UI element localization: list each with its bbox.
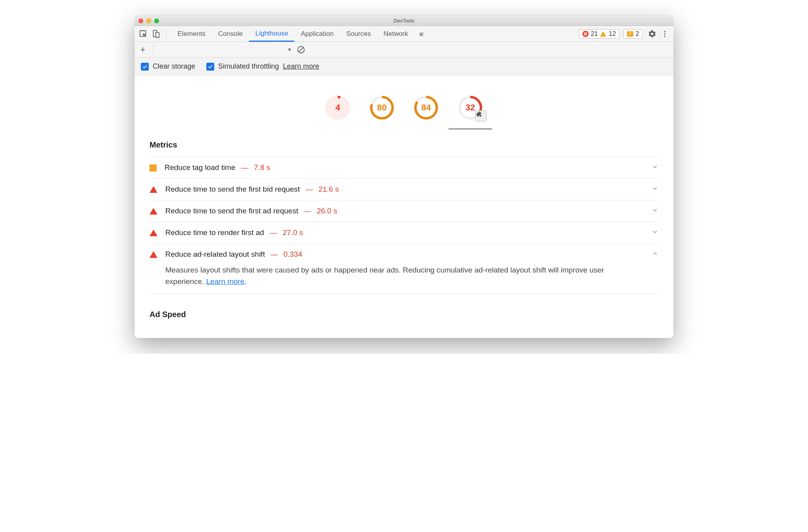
triangle-icon (150, 251, 157, 258)
tab-elements[interactable]: Elements (171, 26, 212, 41)
score-gauge-0[interactable]: 4 (325, 95, 350, 120)
console-status[interactable]: 21 12 (579, 29, 620, 39)
clear-button[interactable] (297, 45, 305, 54)
metric-row[interactable]: Reduce ad-related layout shift — 0.334 M… (150, 243, 658, 294)
chevron-up-icon (651, 250, 658, 257)
tab-lighthouse[interactable]: Lighthouse (249, 26, 294, 42)
metric-value: 27.0 s (282, 228, 303, 237)
tab-application[interactable]: Application (294, 26, 340, 41)
metric-description: Measures layout shifts that were caused … (165, 264, 643, 287)
window-title: DevTools (135, 18, 673, 24)
error-icon (582, 31, 589, 37)
dropdown-triangle-icon: ▼ (287, 47, 292, 52)
settings-button[interactable] (647, 28, 658, 39)
metric-value: 26.0 s (317, 207, 337, 215)
lighthouse-settings-bar: Clear storage Simulated throttling Learn… (135, 58, 673, 76)
metric-name: Reduce time to send the first ad request (165, 207, 298, 215)
toolbar-separator (153, 45, 153, 54)
svg-line-7 (299, 47, 304, 52)
metric-name: Reduce ad-related layout shift (165, 250, 265, 259)
tab-console[interactable]: Console (212, 26, 249, 41)
warning-count: 12 (609, 30, 616, 37)
issues-icon (627, 31, 633, 37)
metric-name: Reduce time to send the first bid reques… (165, 185, 300, 194)
learn-more-link[interactable]: Learn more (283, 62, 319, 71)
report-dropdown[interactable]: ▼ (158, 47, 292, 52)
triangle-icon (150, 186, 157, 193)
more-tabs-button[interactable] (416, 30, 427, 37)
metric-value: 21.6 s (318, 185, 339, 194)
issues-count: 2 (636, 30, 639, 37)
section-title-ad-speed: Ad Speed (150, 310, 658, 319)
score-gauge-2[interactable]: 84 (414, 95, 438, 120)
simulated-throttling-label: Simulated throttling (218, 62, 279, 71)
titlebar: DevTools (135, 16, 673, 26)
tab-sources[interactable]: Sources (340, 26, 377, 41)
main-toolbar: ElementsConsoleLighthouseApplicationSour… (135, 26, 673, 42)
metrics-list: Reduce tag load time — 7.8 s Reduce time… (150, 157, 658, 294)
tab-network[interactable]: Network (377, 26, 414, 41)
simulated-throttling-checkbox[interactable]: Simulated throttling Learn more (206, 62, 319, 71)
score-gauge-3[interactable]: 32 (458, 95, 483, 120)
metric-value: 7.8 s (254, 163, 270, 172)
warning-icon (600, 31, 606, 37)
chevron-down-icon (651, 163, 658, 170)
metric-row[interactable]: Reduce tag load time — 7.8 s (150, 157, 658, 178)
svg-rect-2 (156, 32, 159, 37)
svg-point-3 (664, 31, 665, 32)
learn-more-link[interactable]: Learn more (206, 277, 245, 286)
metric-row[interactable]: Reduce time to send the first ad request… (150, 200, 658, 222)
chevron-down-icon (651, 228, 658, 235)
metric-name: Reduce tag load time (165, 163, 236, 172)
chevron-down-icon (651, 207, 658, 214)
more-options-button[interactable] (659, 28, 670, 39)
metric-row[interactable]: Reduce time to send the first bid reques… (150, 178, 658, 200)
section-title-metrics: Metrics (150, 140, 658, 149)
error-count: 21 (591, 30, 598, 37)
toolbar-separator (166, 30, 166, 38)
square-icon (150, 164, 157, 172)
checkbox-checked-icon (206, 63, 214, 71)
triangle-icon (150, 208, 157, 215)
toggle-device-icon[interactable] (150, 28, 161, 39)
metric-row[interactable]: Reduce time to render first ad — 27.0 s (150, 222, 658, 243)
new-report-button[interactable]: + (138, 45, 148, 55)
metric-name: Reduce time to render first ad (165, 228, 264, 237)
metric-value: 0.334 (283, 250, 302, 259)
svg-point-4 (664, 33, 665, 34)
lighthouse-sub-toolbar: + ▼ (135, 42, 673, 58)
issues-status[interactable]: 2 (623, 29, 643, 39)
clear-storage-checkbox[interactable]: Clear storage (141, 62, 195, 71)
chevron-down-icon (651, 185, 658, 192)
devtools-window: DevTools ElementsConsoleLighthouseApplic… (135, 16, 673, 338)
extension-icon (475, 110, 486, 121)
checkbox-checked-icon (141, 63, 149, 71)
svg-point-5 (664, 35, 665, 37)
inspect-element-icon[interactable] (138, 28, 149, 39)
panel-tabs: ElementsConsoleLighthouseApplicationSour… (171, 26, 414, 41)
score-gauge-1[interactable]: 80 (370, 95, 394, 120)
triangle-icon (150, 230, 157, 236)
report-content: Metrics Reduce tag load time — 7.8 s Red… (135, 128, 673, 338)
score-gauges: 4 80 84 32 (135, 76, 673, 128)
clear-storage-label: Clear storage (153, 62, 195, 71)
